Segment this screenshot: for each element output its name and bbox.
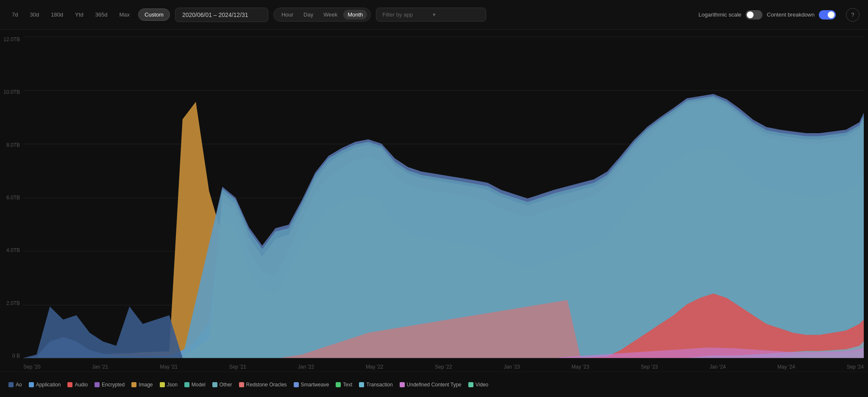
x-label-1: Jan '21 xyxy=(92,364,108,370)
gran-hour[interactable]: Hour xyxy=(277,10,298,20)
period-180d[interactable]: 180d xyxy=(47,10,67,20)
legend-ao: Ao xyxy=(8,382,22,388)
y-label-0: 0 B xyxy=(0,353,23,359)
legend-dot-transaction xyxy=(359,382,364,387)
legend-label-smartweave: Smartweave xyxy=(301,382,329,388)
log-scale-label: Logarithmic scale xyxy=(698,11,741,18)
period-custom[interactable]: Custom xyxy=(138,8,170,21)
legend-label-video: Video xyxy=(476,382,488,388)
content-breakdown-label: Content breakdown xyxy=(767,11,815,18)
gran-week[interactable]: Week xyxy=(319,10,342,20)
x-label-2: May '21 xyxy=(160,364,178,370)
y-label-5: 10.0TB xyxy=(0,89,23,95)
legend-json: Json xyxy=(160,382,178,388)
legend-image: Image xyxy=(131,382,153,388)
legend-label-application: Application xyxy=(36,382,61,388)
chart-area: 0 B 2.0TB 4.0TB 6.0TB 8.0TB 10.0TB 12.0T… xyxy=(0,30,868,372)
legend-label-other: Other xyxy=(220,382,232,388)
legend-dot-undefined xyxy=(400,382,405,387)
x-label-4: Jan '22 xyxy=(298,364,314,370)
legend-label-undefined: Undefined Content Type xyxy=(407,382,462,388)
legend-dot-encrypted xyxy=(95,382,100,387)
x-label-9: Sep '23 xyxy=(641,364,658,370)
x-label-3: Sep '21 xyxy=(229,364,246,370)
x-label-5: May '22 xyxy=(366,364,384,370)
period-30d[interactable]: 30d xyxy=(26,10,42,20)
x-axis: Sep '20 Jan '21 May '21 Sep '21 Jan '22 … xyxy=(23,362,864,372)
x-label-0: Sep '20 xyxy=(23,364,40,370)
filter-app-dropdown[interactable]: Filter by app ▾ xyxy=(376,8,486,22)
dropdown-arrow-icon: ▾ xyxy=(433,11,480,18)
legend-encrypted: Encrypted xyxy=(95,382,125,388)
x-label-10: Jan '24 xyxy=(709,364,726,370)
legend-dot-application xyxy=(29,382,34,387)
period-ytd[interactable]: Ytd xyxy=(72,10,87,20)
y-label-4: 8.0TB xyxy=(0,142,23,148)
legend-dot-redstone xyxy=(239,382,244,387)
legend-model: Model xyxy=(184,382,206,388)
legend-label-audio: Audio xyxy=(75,382,88,388)
x-label-6: Sep '22 xyxy=(435,364,452,370)
y-label-3: 6.0TB xyxy=(0,195,23,201)
legend-dot-other xyxy=(212,382,217,387)
legend-label-transaction: Transaction xyxy=(366,382,392,388)
y-label-2: 4.0TB xyxy=(0,247,23,253)
legend-text: Text xyxy=(336,382,352,388)
granularity-group: Hour Day Week Month xyxy=(273,8,371,22)
legend-dot-video xyxy=(468,382,473,387)
legend-dot-json xyxy=(160,382,165,387)
x-label-7: Jan '23 xyxy=(504,364,520,370)
x-label-12: Sep '24 xyxy=(847,364,864,370)
legend-video: Video xyxy=(468,382,488,388)
legend-application: Application xyxy=(29,382,61,388)
legend-dot-audio xyxy=(67,382,72,387)
period-7d[interactable]: 7d xyxy=(8,10,21,20)
period-365d[interactable]: 365d xyxy=(92,10,111,20)
legend-label-redstone: Redstone Oracles xyxy=(246,382,287,388)
legend-label-encrypted: Encrypted xyxy=(102,382,125,388)
legend-label-image: Image xyxy=(139,382,153,388)
legend-label-ao: Ao xyxy=(16,382,22,388)
help-button[interactable]: ? xyxy=(846,8,860,22)
legend-transaction: Transaction xyxy=(359,382,392,388)
legend-redstone: Redstone Oracles xyxy=(239,382,287,388)
x-label-11: May '24 xyxy=(777,364,795,370)
chart-svg xyxy=(23,36,864,359)
date-range-display[interactable]: 2020/06/01 – 2024/12/31 xyxy=(175,8,268,22)
legend-other: Other xyxy=(212,382,232,388)
legend-label-text: Text xyxy=(343,382,352,388)
x-label-8: May '23 xyxy=(572,364,590,370)
legend: Ao Application Audio Encrypted Image Jso… xyxy=(0,372,868,397)
period-max[interactable]: Max xyxy=(116,10,134,20)
y-axis: 0 B 2.0TB 4.0TB 6.0TB 8.0TB 10.0TB 12.0T… xyxy=(0,36,23,372)
legend-dot-model xyxy=(184,382,189,387)
legend-dot-smartweave xyxy=(294,382,299,387)
toggle-group: Logarithmic scale Content breakdown xyxy=(698,10,836,20)
legend-audio: Audio xyxy=(67,382,88,388)
log-scale-toggle[interactable] xyxy=(746,10,762,20)
legend-label-model: Model xyxy=(192,382,206,388)
gran-day[interactable]: Day xyxy=(299,10,317,20)
legend-dot-text xyxy=(336,382,341,387)
legend-dot-ao xyxy=(8,382,14,387)
top-bar: 7d 30d 180d Ytd 365d Max Custom 2020/06/… xyxy=(0,0,868,30)
legend-label-json: Json xyxy=(167,382,178,388)
legend-undefined: Undefined Content Type xyxy=(400,382,462,388)
y-label-6: 12.0TB xyxy=(0,36,23,42)
filter-placeholder: Filter by app xyxy=(382,11,429,18)
legend-dot-image xyxy=(131,382,136,387)
gran-month[interactable]: Month xyxy=(343,10,367,20)
legend-smartweave: Smartweave xyxy=(294,382,329,388)
chart-canvas xyxy=(23,36,864,359)
content-breakdown-toggle[interactable] xyxy=(819,10,836,20)
y-label-1: 2.0TB xyxy=(0,300,23,306)
